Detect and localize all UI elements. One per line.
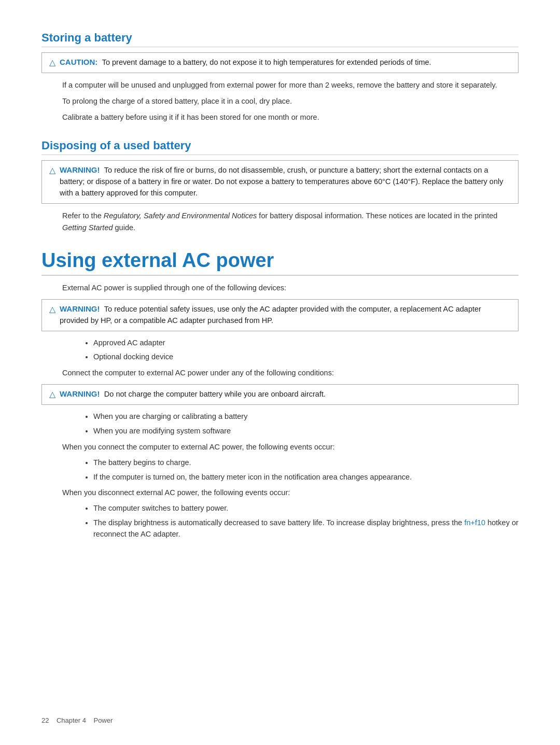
using-external-ac-power-heading: Using external AC power (41, 249, 519, 276)
caution-label-storing: CAUTION: To prevent damage to a battery,… (60, 57, 431, 68)
warning-box-aircraft: △ WARNING! Do not charge the computer ba… (41, 384, 519, 405)
disconnect-events-bullets: The computer switches to battery power. … (93, 503, 519, 540)
storing-para-2: To prolong the charge of a stored batter… (62, 95, 519, 107)
page-footer: 22 Chapter 4 Power (41, 716, 113, 724)
warning-label-ac-adapter: WARNING! To reduce potential safety issu… (60, 304, 511, 327)
warning-box-ac-adapter: △ WARNING! To reduce potential safety is… (41, 299, 519, 331)
warning-label-aircraft: WARNING! Do not charge the computer batt… (60, 389, 326, 400)
storing-battery-heading: Storing a battery (41, 31, 519, 47)
warning-label-disposing: WARNING! To reduce the risk of fire or b… (60, 165, 511, 199)
list-item: The battery begins to charge. (93, 457, 519, 469)
list-item: When you are modifying system software (93, 426, 519, 437)
hotkey-link: fn+f10 (464, 518, 485, 527)
ac-power-intro: External AC power is supplied through on… (62, 282, 519, 294)
connect-events-intro: When you connect the computer to externa… (62, 441, 519, 453)
using-external-ac-power-section: Using external AC power External AC powe… (41, 249, 519, 540)
warning-triangle-icon-2: △ (49, 304, 55, 314)
storing-para-1: If a computer will be unused and unplugg… (62, 79, 519, 91)
caution-box-storing: △ CAUTION: To prevent damage to a batter… (41, 52, 519, 73)
disposing-battery-section: Disposing of a used battery △ WARNING! T… (41, 139, 519, 234)
list-item: The display brightness is automatically … (93, 517, 519, 540)
disposing-para-1: Refer to the Regulatory, Safety and Envi… (62, 210, 519, 234)
chapter-label: Chapter 4 (57, 716, 86, 724)
caution-triangle-icon: △ (49, 58, 55, 67)
disconnect-events-intro: When you disconnect external AC power, t… (62, 487, 519, 499)
page-number: 22 (41, 716, 49, 724)
warning-box-disposing: △ WARNING! To reduce the risk of fire or… (41, 160, 519, 203)
chapter-title: Power (93, 716, 113, 724)
list-item: Optional docking device (93, 352, 519, 363)
disposing-battery-heading: Disposing of a used battery (41, 139, 519, 155)
list-item: The computer switches to battery power. (93, 503, 519, 514)
connect-events-bullets: The battery begins to charge. If the com… (93, 457, 519, 483)
list-item: If the computer is turned on, the batter… (93, 472, 519, 483)
warning-triangle-icon-1: △ (49, 165, 55, 175)
connect-conditions-intro: Connect the computer to external AC powe… (62, 367, 519, 379)
ac-adapter-bullets: Approved AC adapter Optional docking dev… (93, 338, 519, 363)
storing-para-3: Calibrate a battery before using it if i… (62, 111, 519, 123)
warning-triangle-icon-3: △ (49, 389, 55, 399)
storing-battery-section: Storing a battery △ CAUTION: To prevent … (41, 31, 519, 123)
conditions-bullets: When you are charging or calibrating a b… (93, 411, 519, 437)
list-item: When you are charging or calibrating a b… (93, 411, 519, 423)
list-item: Approved AC adapter (93, 338, 519, 349)
